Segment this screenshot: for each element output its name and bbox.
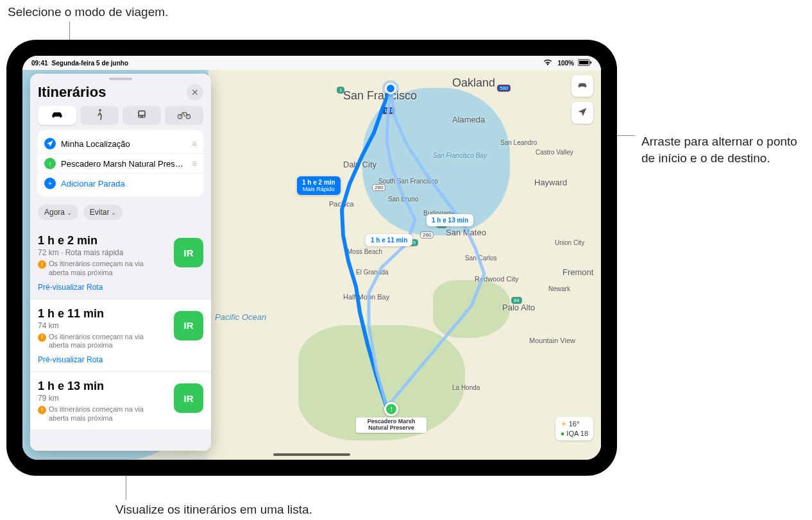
route-warning-text: Os itinerários começam na via aberta mai…: [49, 405, 147, 423]
bike-icon: [177, 110, 191, 121]
route-warning: ! Os itinerários começam na via aberta m…: [38, 405, 147, 423]
city-label-lahonda: La Honda: [452, 384, 480, 391]
city-label-pacifica: Pacifica: [329, 200, 354, 208]
mode-car-button[interactable]: [38, 106, 76, 125]
svg-rect-1: [579, 60, 589, 64]
transit-icon: [137, 110, 147, 122]
mode-walk-button[interactable]: [80, 106, 119, 125]
svg-point-6: [139, 116, 140, 117]
city-label-sfbay: San Francisco Bay: [433, 152, 487, 159]
city-label-redwood: Redwood City: [475, 275, 518, 283]
avoid-button[interactable]: Evitar: [83, 205, 123, 220]
city-label-paloalto: Palo Alto: [502, 303, 535, 312]
route-warning: ! Os itinerários começam na via aberta m…: [38, 260, 147, 278]
route-card[interactable]: 1 h e 13 min 79 km ! Os itinerários come…: [30, 372, 211, 430]
city-label-alameda: Alameda: [452, 115, 485, 124]
destination-label: Pescadero Marsh Natural Preserve: [356, 417, 427, 433]
locate-me-button[interactable]: [571, 102, 593, 124]
car-icon: [50, 110, 64, 121]
location-arrow-icon: [44, 138, 56, 149]
svg-point-3: [99, 109, 101, 112]
svg-point-7: [143, 116, 144, 117]
home-indicator[interactable]: [273, 453, 350, 456]
battery-icon: [578, 59, 592, 67]
route-badge-primary[interactable]: 1 h e 2 min Mais Rápido: [297, 176, 341, 195]
drag-handle-icon[interactable]: ≡: [192, 138, 197, 149]
battery-pct: 100%: [557, 60, 574, 67]
route-badge-time: 1 h e 2 min: [302, 179, 335, 186]
route-badge-sub: Mais Rápido: [302, 186, 335, 192]
svg-rect-5: [139, 112, 144, 115]
status-date: Segunda-feira 5 de junho: [52, 60, 128, 67]
svg-point-9: [186, 114, 190, 118]
depart-now-button[interactable]: Agora: [38, 205, 78, 220]
callout-view-list: Visualize os itinerários em uma lista.: [115, 501, 312, 518]
city-label-moss: Moss Beach: [347, 248, 382, 255]
route-options-row: Agora Evitar: [30, 202, 211, 226]
mode-bike-button[interactable]: [165, 106, 203, 125]
route-results-list[interactable]: 1 h e 2 min 72 km · Rota mais rápida ! O…: [30, 226, 211, 451]
route-badge-time: 1 h e 11 min: [371, 237, 407, 244]
sun-icon: ☀: [561, 420, 567, 428]
route-warning: ! Os itinerários começam na via aberta m…: [38, 333, 147, 351]
plus-icon: ＋: [44, 178, 56, 189]
close-button[interactable]: ✕: [187, 84, 203, 101]
stop-dest-row[interactable]: ↑ Pescadero Marsh Natural Pres… ≡: [38, 153, 203, 173]
status-bar: 09:41 Segunda-feira 5 de junho 100%: [22, 56, 601, 70]
hwy-101: 101: [382, 107, 395, 114]
destination-dot-icon: [384, 402, 398, 416]
go-button[interactable]: IR: [174, 383, 203, 413]
svg-rect-2: [590, 61, 591, 63]
callout-travel-mode: Selecione o modo de viagem.: [8, 4, 168, 21]
city-label-castro: Castro Valley: [536, 149, 573, 156]
add-stop-row[interactable]: ＋ Adicionar Parada: [38, 173, 203, 193]
city-label-sanmateo: San Mateo: [446, 228, 486, 237]
city-label-sancarlos: San Carlos: [465, 255, 496, 262]
city-label-hayward: Hayward: [534, 178, 567, 187]
route-badge-alt2[interactable]: 1 h e 11 min: [366, 234, 412, 246]
panel-grabber[interactable]: [109, 78, 132, 80]
drag-handle-icon[interactable]: ≡: [192, 158, 197, 169]
route-warning-text: Os itinerários começam na via aberta mai…: [49, 333, 147, 351]
city-label-oakland: Oakland: [452, 76, 495, 90]
weather-widget[interactable]: ☀ 16° ● IQA 18: [555, 417, 593, 440]
origin-marker[interactable]: [385, 83, 396, 94]
stop-origin-label: Minha Localização: [61, 139, 187, 149]
directions-panel: Itinerários ✕: [30, 74, 211, 451]
wifi-icon: [542, 58, 554, 68]
city-label-sanbruno: San Bruno: [388, 196, 418, 203]
city-label-elgranada: El Granada: [356, 269, 389, 276]
go-button[interactable]: IR: [174, 311, 203, 340]
hwy-84: 84: [511, 297, 522, 304]
preview-route-link[interactable]: Pré-visualizar Rota: [38, 355, 103, 364]
route-card[interactable]: 1 h e 2 min 72 km · Rota mais rápida ! O…: [30, 226, 211, 299]
weather-aqi: IQA 18: [566, 430, 588, 437]
city-label-ssf: South San Francisco: [378, 178, 438, 185]
route-card[interactable]: 1 h e 11 min 74 km ! Os itinerários come…: [30, 299, 211, 373]
ipad-device-frame: 09:41 Segunda-feira 5 de junho 100%: [6, 40, 617, 476]
walk-icon: [96, 109, 103, 122]
hwy-1: 1: [337, 87, 344, 94]
travel-mode-segmented: [30, 106, 211, 130]
destination-marker[interactable]: Pescadero Marsh Natural Preserve: [356, 402, 427, 433]
stop-dest-label: Pescadero Marsh Natural Pres…: [61, 159, 187, 169]
city-label-pacific: Pacific Ocean: [215, 312, 253, 322]
city-label-daly: Daly City: [343, 160, 376, 169]
map-mode-button[interactable]: [571, 75, 593, 97]
add-stop-label: Adicionar Parada: [61, 179, 197, 189]
preview-route-link[interactable]: Pré-visualizar Rota: [38, 283, 103, 292]
stop-origin-row[interactable]: Minha Localização ≡: [38, 134, 203, 153]
close-icon: ✕: [191, 87, 199, 97]
route-badge-alt3[interactable]: 1 h e 13 min: [427, 214, 473, 226]
route-warning-text: Os itinerários começam na via aberta mai…: [49, 260, 147, 278]
city-label-hmb: Half Moon Bay: [343, 293, 389, 301]
status-time: 09:41: [31, 60, 48, 67]
panel-title: Itinerários: [38, 84, 106, 101]
city-label-mv: Mountain View: [529, 337, 575, 344]
go-button[interactable]: IR: [174, 238, 203, 267]
mode-transit-button[interactable]: [123, 106, 161, 125]
warning-icon: !: [38, 406, 46, 414]
screen: 09:41 Segunda-feira 5 de junho 100%: [22, 56, 601, 460]
city-label-newark: Newark: [548, 285, 570, 292]
warning-icon: !: [38, 333, 46, 342]
